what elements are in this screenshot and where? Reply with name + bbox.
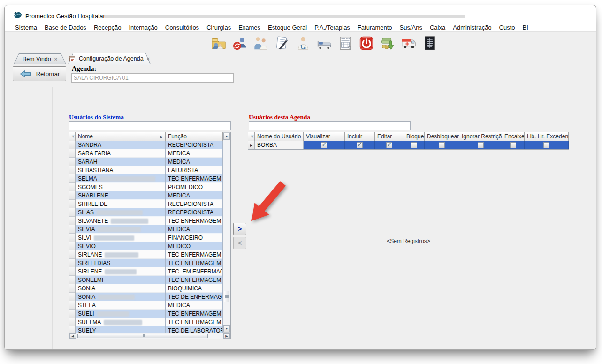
unchecked-checkbox[interactable] <box>543 142 549 148</box>
menu-item-recep-o[interactable]: Recepção <box>90 23 125 32</box>
table-row[interactable]: SUELITEC ENFERMAGEM <box>69 310 223 318</box>
table-row[interactable]: SHARLENEMEDICA <box>69 191 223 200</box>
permission-cell-desbloquear[interactable] <box>425 141 459 149</box>
menu-item-interna-o[interactable]: Internação <box>125 23 161 32</box>
prescription-icon[interactable] <box>274 34 290 52</box>
permission-cell-bloquear[interactable] <box>404 141 425 149</box>
scroll-down-button[interactable]: ▼ <box>223 325 230 332</box>
table-row[interactable]: SILVANETETEC ENFERMAGEM <box>69 217 223 225</box>
permission-cell-encaixe[interactable] <box>502 141 525 149</box>
menu-item-cirurgias[interactable]: Cirurgias <box>203 23 235 32</box>
column-header-funcao[interactable]: Função <box>166 132 223 141</box>
patients-folder-icon[interactable] <box>210 34 227 52</box>
menu-item-estoque-geral[interactable]: Estoque Geral <box>264 23 311 32</box>
table-row[interactable]: SILVIFINANCEIRO <box>69 234 223 242</box>
column-header-lib-hr-excedente[interactable]: Lib. Hr. Excedente <box>525 132 569 141</box>
table-row[interactable]: SELMATEC ENFERMAGEM <box>69 174 223 183</box>
vertical-scroll-thumb[interactable] <box>224 291 229 302</box>
table-row[interactable]: SUELYTEC DE LABORATORIO <box>69 326 223 333</box>
column-header-nome[interactable]: Nome▲ <box>76 132 166 141</box>
tab-configura-o-de-agenda[interactable]: Configuração de Agenda× <box>68 53 151 64</box>
permission-cell-editar[interactable]: ✓ <box>375 141 404 149</box>
menu-item-bi[interactable]: BI <box>519 23 532 32</box>
unchecked-checkbox[interactable] <box>411 142 417 148</box>
invoice-icon[interactable] <box>337 34 354 52</box>
check-mark: ✓ <box>322 142 326 147</box>
tab-close-icon[interactable]: × <box>54 56 57 62</box>
column-header-desbloquear[interactable]: Desbloquear <box>425 132 459 141</box>
horizontal-scrollbar[interactable]: ◀ ▶ <box>69 333 230 339</box>
system-users-filter-input[interactable] <box>69 121 231 130</box>
return-button[interactable]: Retornar <box>13 66 66 81</box>
tab-close-icon[interactable]: × <box>147 56 150 61</box>
scroll-left-button[interactable]: ◀ <box>69 333 76 339</box>
scroll-up-button[interactable]: ▲ <box>223 133 230 140</box>
agenda-users-link[interactable]: Usuários desta Agenda <box>249 114 310 121</box>
column-header-editar[interactable]: Editar <box>375 132 404 141</box>
unchecked-checkbox[interactable] <box>478 142 484 148</box>
permission-cell-lib-hr-excedente[interactable] <box>525 141 569 149</box>
menu-item-consult-rios[interactable]: Consultórios <box>161 23 203 32</box>
table-row[interactable]: SARAHMEDICA <box>69 158 223 166</box>
ambulance-icon[interactable] <box>400 34 417 52</box>
column-header-bloquear[interactable]: Bloquear <box>404 132 425 141</box>
table-row[interactable]: SARA FARIAMEDICA <box>69 149 223 158</box>
checked-checkbox[interactable]: ✓ <box>357 142 363 148</box>
table-row[interactable]: SILVIOMEDICO <box>69 242 223 250</box>
checked-checkbox[interactable]: ✓ <box>386 142 392 148</box>
menu-item-caixa[interactable]: Caixa <box>426 23 449 32</box>
sync-users-icon[interactable] <box>231 34 248 52</box>
table-row[interactable]: SGOMESPROMEDICO <box>69 183 223 191</box>
remove-user-button[interactable]: < <box>233 237 246 249</box>
permission-cell-ignorar-restri-es[interactable] <box>459 141 502 149</box>
panel-divider <box>248 87 248 350</box>
agenda-user-row[interactable]: ▸BORBA✓✓✓ <box>248 141 569 149</box>
agenda-name-field[interactable] <box>71 73 234 83</box>
permission-cell-incluir[interactable]: ✓ <box>345 141 375 149</box>
payment-icon[interactable] <box>379 34 396 52</box>
menu-item-exames[interactable]: Exames <box>235 23 264 32</box>
table-row[interactable]: SHIRLEIDERECEPCIONISTA <box>69 200 223 208</box>
unchecked-checkbox[interactable] <box>439 142 445 148</box>
table-row[interactable]: SIRLENETEC. EM ENFERMAGEM <box>69 267 223 276</box>
medical-staff-icon[interactable] <box>252 34 269 52</box>
table-row[interactable]: SANDRARECEPCIONISTA <box>69 141 223 149</box>
menu-item-base-de-dados[interactable]: Base de Dados <box>41 23 90 32</box>
table-row[interactable]: STELAMEDICA <box>69 301 223 310</box>
menu-item-faturamento[interactable]: Faturamento <box>354 23 396 32</box>
agenda-users-filter-input[interactable] <box>249 121 411 130</box>
table-row[interactable]: SONELMITEC ENFERMAGEM <box>69 276 223 284</box>
add-user-button[interactable]: > <box>233 223 246 235</box>
tab-content: Bem Vindo× <box>14 53 66 64</box>
hospital-bed-icon[interactable] <box>316 34 333 52</box>
doctor-icon[interactable] <box>295 34 312 52</box>
table-row[interactable]: SILVIAMEDICA <box>69 225 223 234</box>
column-header-encaixe[interactable]: Encaixe <box>502 132 525 141</box>
table-row[interactable]: SUELMATEC ENFERMAGEM <box>69 318 223 326</box>
table-row[interactable]: SEBASTIANAFATURISTA <box>69 166 223 174</box>
table-row[interactable]: SIRLEI DIASTEC ENFERMAGEM <box>69 259 223 267</box>
menu-item-custo[interactable]: Custo <box>495 23 519 32</box>
table-row[interactable]: SONIATEC DE ENFERMAGEM <box>69 293 223 301</box>
menu-item-administra-o[interactable]: Administração <box>449 23 495 32</box>
xray-icon[interactable] <box>421 34 438 52</box>
column-header-ignorar-restri-es[interactable]: Ignorar Restrições <box>459 132 502 141</box>
menu-item-p-a-terapias[interactable]: P.A./Terapias <box>311 23 354 32</box>
horizontal-scroll-thumb[interactable] <box>77 334 208 338</box>
column-header-visualizar[interactable]: Visualizar <box>304 132 345 141</box>
power-icon[interactable] <box>358 34 375 52</box>
vertical-scrollbar[interactable]: ▲ ▼ <box>223 132 230 333</box>
system-users-link[interactable]: Usuários do Sistema <box>69 114 124 121</box>
table-row[interactable]: SIRLANETEC ENFERMAGEM <box>69 250 223 259</box>
column-header-incluir[interactable]: Incluir <box>345 132 375 141</box>
tab-bem-vindo[interactable]: Bem Vindo× <box>14 53 66 64</box>
checked-checkbox[interactable]: ✓ <box>321 142 327 148</box>
table-row[interactable]: SONIABIOQUIMICA <box>69 284 223 293</box>
column-header-nome-do-usu-rio[interactable]: Nome do Usuário <box>255 132 304 141</box>
scroll-right-button[interactable]: ▶ <box>223 333 230 339</box>
permission-cell-visualizar[interactable]: ✓ <box>304 141 345 149</box>
menu-item-sistema[interactable]: Sistema <box>11 23 41 32</box>
unchecked-checkbox[interactable] <box>510 142 516 148</box>
menu-item-sus-ans[interactable]: Sus/Ans <box>396 23 426 32</box>
table-row[interactable]: SILASRECEPCIONISTA <box>69 208 223 217</box>
